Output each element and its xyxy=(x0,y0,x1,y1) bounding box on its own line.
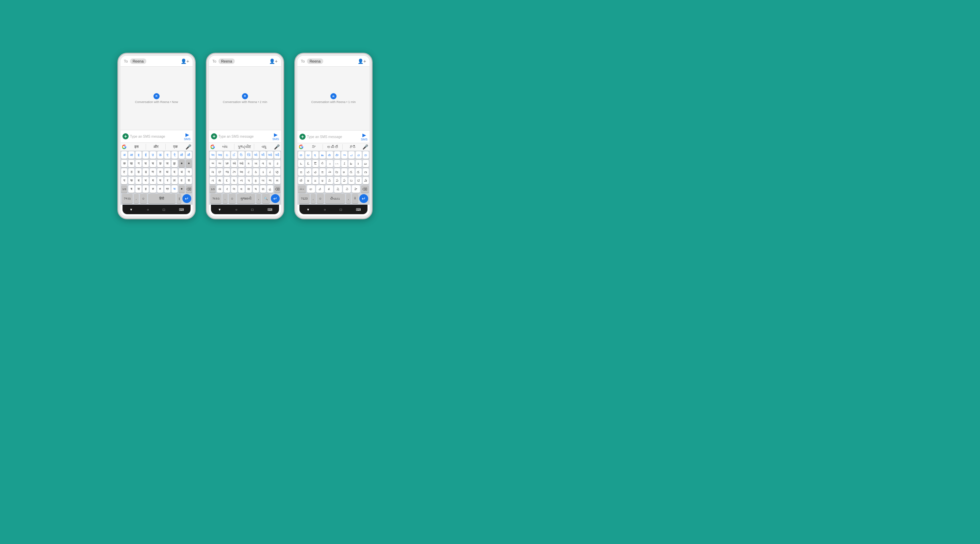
key-g-d7[interactable]: ફ xyxy=(253,177,259,184)
key-t-d7[interactable]: ఫ xyxy=(341,177,347,184)
key-g-a6[interactable]: ઊ xyxy=(246,151,252,159)
recipient-chip-3[interactable]: Reena xyxy=(307,59,323,64)
key-g-d9[interactable]: ભ xyxy=(267,177,273,184)
key-g-c8[interactable]: ડ xyxy=(260,168,266,176)
suggestion-2-2[interactable]: પુनःટ્વીट xyxy=(235,144,254,150)
lang-key-3[interactable]: తెలుగు xyxy=(325,194,345,203)
key-t-e4[interactable]: ష xyxy=(334,185,342,193)
key-g-b6[interactable]: ક xyxy=(246,160,252,167)
key-t-d5[interactable]: న xyxy=(327,177,333,184)
mic-icon-1[interactable]: 🎤 xyxy=(185,144,191,150)
home-btn-1[interactable]: ○ xyxy=(147,208,149,211)
key-b3[interactable]: ग xyxy=(135,160,142,167)
key-c5[interactable]: ण xyxy=(150,168,156,176)
key-t-a1[interactable]: అ xyxy=(298,151,304,159)
key-g-b1[interactable]: અં xyxy=(210,160,216,167)
key-t-c1[interactable]: ఙ xyxy=(298,168,304,176)
key-g-b9[interactable]: ઘ xyxy=(267,160,273,167)
key-g-c3[interactable]: જ xyxy=(224,168,230,176)
suggestion-1-3[interactable]: एक xyxy=(166,144,185,150)
key-t-a7[interactable]: అు xyxy=(341,151,347,159)
key-e5[interactable]: क्ष xyxy=(157,185,163,193)
key-t-c2[interactable]: చ xyxy=(305,168,311,176)
key-t-e5[interactable]: స xyxy=(343,185,351,193)
sms-input-2[interactable]: Type an SMS message xyxy=(218,135,271,138)
comma-key-3[interactable]: , xyxy=(311,194,316,203)
key-d1[interactable]: प xyxy=(121,177,127,184)
recipient-chip-1[interactable]: Reena xyxy=(130,59,146,64)
key-t-c8[interactable]: డ xyxy=(348,168,355,176)
comma-key-2[interactable]: , xyxy=(223,194,228,203)
enter-key-3[interactable]: ↵ xyxy=(360,194,368,203)
key-t-c3[interactable]: ఛ xyxy=(312,168,318,176)
key-t-d4[interactable]: ధ xyxy=(320,177,326,184)
key-t-b3[interactable]: ఔ xyxy=(312,160,318,167)
enter-key-1[interactable]: ↵ xyxy=(182,194,191,203)
lang-key-2[interactable]: ગુજરાતી xyxy=(237,194,255,203)
key-g-c6[interactable]: ટ xyxy=(246,168,252,176)
key-g-b3[interactable]: ઋ xyxy=(224,160,230,167)
key-g-d3[interactable]: દ xyxy=(224,177,230,184)
key-d8[interactable]: ल xyxy=(172,177,178,184)
recents-btn-3[interactable]: □ xyxy=(340,208,342,211)
key-g-e2[interactable]: ર xyxy=(224,185,230,193)
key-b5[interactable]: च xyxy=(150,160,156,167)
backspace-3[interactable]: ⌫ xyxy=(361,185,369,193)
key-g-a7[interactable]: એ xyxy=(253,151,259,159)
key-e4[interactable]: ज्ञ xyxy=(150,185,156,193)
recents-btn-2[interactable]: □ xyxy=(251,208,253,211)
emoji-key-2[interactable]: ☺ xyxy=(229,194,236,203)
num-key-2[interactable]: ?૯૨૩ xyxy=(210,194,221,203)
key-a10[interactable]: औ xyxy=(186,151,192,159)
key-page-3[interactable]: యర xyxy=(298,185,306,193)
key-g-d6[interactable]: પ xyxy=(246,177,252,184)
key-a5[interactable]: उ xyxy=(150,151,156,159)
key-e7[interactable]: ऋ xyxy=(172,185,178,193)
send-button-1[interactable]: ▶ SMS xyxy=(184,132,191,141)
key-t-e2[interactable]: వ xyxy=(316,185,324,193)
key-b2[interactable]: ख xyxy=(128,160,134,167)
key-d10[interactable]: श xyxy=(186,177,192,184)
num-key-3[interactable]: ?123 xyxy=(299,194,310,203)
key-a1[interactable]: अ xyxy=(121,151,127,159)
key-t-b8[interactable]: ఖ xyxy=(348,160,355,167)
key-b1[interactable]: क xyxy=(121,160,127,167)
key-g-e8[interactable]: હ xyxy=(267,185,273,193)
key-t-d6[interactable]: ప xyxy=(334,177,340,184)
num-key-1[interactable]: ?१२३ xyxy=(122,194,133,203)
mic-icon-3[interactable]: 🎤 xyxy=(363,144,368,150)
mic-icon-2[interactable]: 🎤 xyxy=(274,144,280,150)
key-t-d8[interactable]: బ xyxy=(348,177,355,184)
key-d5[interactable]: म xyxy=(150,177,156,184)
send-button-3[interactable]: ▶ SMS xyxy=(361,132,368,141)
search-key-2[interactable]: 🔍 xyxy=(262,194,270,203)
add-contact-icon-3[interactable]: 👤+ xyxy=(358,59,366,64)
key-c3[interactable]: ड xyxy=(135,168,142,176)
key-d4[interactable]: भ xyxy=(143,177,149,184)
dot-key-1[interactable]: । xyxy=(177,194,181,203)
key-a3[interactable]: इ xyxy=(135,151,142,159)
key-page-1[interactable]: 1/3 xyxy=(121,185,127,193)
key-g-d10[interactable]: મ xyxy=(274,177,280,184)
key-e6[interactable]: श्र xyxy=(164,185,170,193)
key-g-b4[interactable]: ઍ xyxy=(231,160,237,167)
attach-button-3[interactable]: + xyxy=(299,133,305,140)
key-t-b7[interactable]: క xyxy=(341,160,347,167)
suggestion-3-1[interactable]: నా xyxy=(304,144,323,150)
key-g-c2[interactable]: છ xyxy=(217,168,223,176)
key-page-2[interactable]: 1/3 xyxy=(210,185,216,193)
key-g-b10[interactable]: ઙ xyxy=(274,160,280,167)
key-g-b2[interactable]: અઃ xyxy=(217,160,223,167)
key-t-c7[interactable]: ఠ xyxy=(341,168,347,176)
emoji-key-1[interactable]: ☺ xyxy=(140,194,147,203)
key-t-d10[interactable]: మ xyxy=(363,177,369,184)
key-g-c10[interactable]: ણ xyxy=(274,168,280,176)
key-t-b9[interactable]: గ xyxy=(356,160,362,167)
key-g-c5[interactable]: અ xyxy=(238,168,244,176)
key-t-b10[interactable]: ఘ xyxy=(363,160,369,167)
sms-input-3[interactable]: Type an SMS message xyxy=(307,135,360,139)
attach-button-2[interactable]: + xyxy=(211,133,217,140)
key-t-d3[interactable]: ద xyxy=(312,177,318,184)
key-t-d9[interactable]: భ xyxy=(356,177,362,184)
key-c2[interactable]: ठ xyxy=(128,168,134,176)
